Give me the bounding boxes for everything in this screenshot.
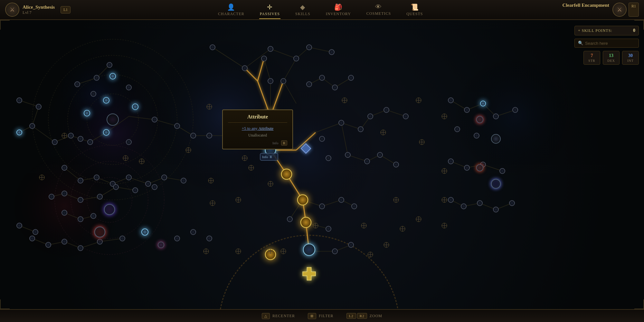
nav-label-character: Character	[218, 12, 244, 16]
nav-item-skills[interactable]: ◆ Skills	[288, 1, 318, 18]
passives-icon: ✛	[267, 3, 273, 11]
corner-bl	[0, 299, 10, 309]
character-icon: 👤	[227, 3, 235, 11]
search-icon: 🔍	[578, 41, 583, 46]
action-zoom[interactable]: L2 R2 Zoom	[346, 313, 382, 319]
quests-icon: 📜	[411, 3, 419, 11]
tooltip-stat: +5 to any Attribute	[228, 126, 287, 131]
nav-label-cosmetics: Cosmetics	[366, 11, 391, 16]
nav-label-inventory: Inventory	[326, 12, 351, 16]
action-recenter[interactable]: △ Recenter	[262, 313, 295, 319]
recenter-label: Recenter	[272, 314, 295, 318]
dex-label: DEX	[607, 59, 615, 62]
str-value: 7	[591, 53, 593, 58]
bottom-bar: △ Recenter ⊞ Filter L2 R2 Zoom	[0, 309, 644, 322]
search-input[interactable]	[585, 41, 635, 46]
node-tooltip: Attribute +5 to any Attribute Unallocate…	[222, 109, 293, 149]
tooltip-hint: Info R	[228, 141, 287, 145]
nav-label-passives: Passives	[260, 12, 280, 16]
recenter-key: △	[262, 313, 270, 319]
location-info: Clearfell Encampment ⚔ R1	[557, 3, 644, 17]
int-label: INT	[627, 59, 634, 62]
search-bar[interactable]: 🔍	[574, 39, 639, 48]
nav-item-inventory[interactable]: 🎒 Inventory	[318, 1, 359, 18]
tooltip-title: Attribute	[228, 114, 287, 123]
stat-str: 7 STR	[583, 51, 600, 65]
skill-points-value: 0	[633, 28, 635, 33]
zoom-key-r2: R2	[357, 313, 367, 319]
player-level: Lvl 7	[23, 10, 55, 15]
r1-badge[interactable]: R1	[629, 3, 639, 17]
stats-row: 7 STR 13 DEX 30 INT	[574, 51, 639, 65]
str-label: STR	[588, 59, 595, 62]
filter-key: ⊞	[308, 313, 316, 319]
stat-dex: 13 DEX	[603, 51, 620, 65]
stat-int: 30 INT	[622, 51, 639, 65]
tooltip-stat-link: Attribute	[258, 126, 273, 131]
skill-tree-container[interactable]	[0, 20, 644, 309]
nav-item-character[interactable]: 👤 Character	[210, 1, 252, 18]
corner-br	[634, 299, 644, 309]
zoom-label: Zoom	[370, 314, 382, 318]
zoom-keys: L2 R2	[346, 313, 367, 319]
dex-value: 13	[609, 53, 613, 58]
skill-tree-canvas[interactable]	[0, 20, 644, 309]
int-value: 30	[628, 53, 633, 58]
nav-label-quests: Quests	[406, 12, 423, 16]
tooltip-stat-text: +5 to any	[242, 126, 259, 131]
filter-label: Filter	[319, 314, 334, 318]
player-text: Alice_Synthesis Lvl 7	[23, 5, 55, 15]
skills-icon: ◆	[300, 3, 305, 11]
nav-label-skills: Skills	[295, 12, 310, 16]
inventory-icon: 🎒	[334, 3, 343, 11]
player-name: Alice_Synthesis	[23, 5, 55, 10]
location-name: Clearfell Encampment	[563, 3, 609, 17]
corner-tl	[0, 20, 10, 30]
right-avatar-decoration: ⚔	[612, 3, 627, 17]
nav-center: 👤 Character ✛ Passives ◆ Skills 🎒 Invent…	[84, 1, 557, 18]
action-filter[interactable]: ⊞ Filter	[308, 313, 334, 319]
nav-item-passives[interactable]: ✛ Passives	[252, 1, 288, 18]
zoom-key-l2: L2	[346, 313, 356, 319]
skill-points-label: + Skill Points:	[578, 28, 630, 33]
player-avatar: ⚔	[5, 3, 19, 17]
right-panel: + Skill Points: 0 🔍 7 STR 13 DEX 30 INT	[574, 26, 639, 65]
l1-badge[interactable]: L1	[61, 6, 71, 14]
player-info: ⚔ Alice_Synthesis Lvl 7 L1	[0, 3, 84, 17]
top-bar: ⚔ Alice_Synthesis Lvl 7 L1 👤 Character ✛…	[0, 0, 644, 20]
cosmetics-icon: 👁	[375, 3, 382, 11]
skill-points-bar: + Skill Points: 0	[574, 26, 639, 35]
tooltip-status: Unallocated	[228, 133, 287, 138]
nav-item-quests[interactable]: 📜 Quests	[399, 1, 431, 18]
nav-item-cosmetics[interactable]: 👁 Cosmetics	[359, 1, 399, 18]
